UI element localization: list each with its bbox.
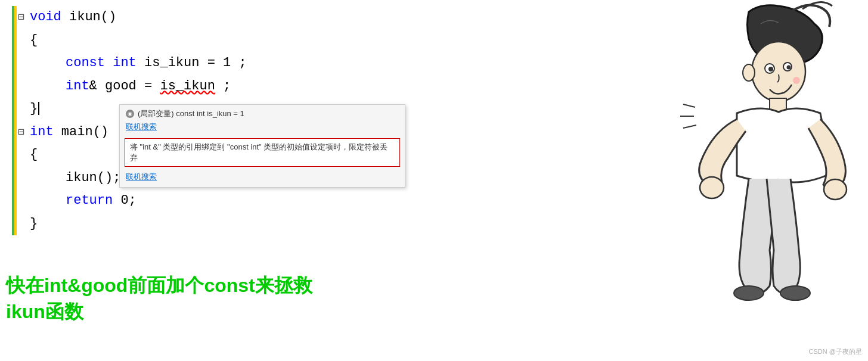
svg-point-0: [752, 42, 805, 101]
svg-point-11: [793, 77, 800, 84]
code-line-10: }: [18, 213, 334, 236]
svg-point-5: [743, 64, 755, 81]
keyword-const: const: [66, 55, 105, 70]
var-is-ikun: is_ikun: [144, 55, 199, 70]
code-content-1: void ikun(): [30, 6, 334, 29]
svg-point-7: [700, 177, 724, 198]
var-is-ikun-ref: is_ikun: [160, 79, 215, 94]
code-line-1: ⊟ void ikun(): [18, 6, 334, 29]
tooltip-error-text: 将 "int &" 类型的引用绑定到 "const int" 类型的初始值设定项…: [130, 142, 388, 162]
code-line-4: int& good = is_ikun ;: [18, 75, 334, 98]
code-line-3: const int is_ikun = 1 ;: [18, 52, 334, 75]
return-val: 0;: [113, 193, 137, 208]
code-content-2: {: [30, 29, 334, 52]
val-1: 1: [223, 55, 231, 70]
svg-point-3: [768, 67, 773, 71]
cartoon-svg: [558, 0, 856, 361]
tooltip-symbol-icon: ◉: [126, 110, 134, 118]
func-call-params: ();: [97, 170, 121, 185]
tooltip-error-box: 将 "int &" 类型的引用绑定到 "const int" 类型的初始值设定项…: [125, 138, 400, 167]
assign-2: =: [144, 79, 160, 94]
bottom-annotation-text: 快在int&good前面加个const来拯救ikun函数: [6, 273, 334, 325]
svg-point-8: [824, 179, 847, 200]
collapse-icon-2[interactable]: ⊟: [18, 123, 30, 142]
func-call-ikun: ikun: [66, 170, 97, 185]
text-cursor: [38, 102, 39, 115]
svg-point-10: [780, 286, 810, 300]
tooltip-symbol-text: (局部变量) const int is_ikun = 1: [138, 108, 244, 119]
code-content-9: return 0;: [30, 189, 334, 213]
code-content-10: }: [30, 213, 334, 236]
keyword-int-1: int: [113, 55, 137, 70]
tooltip-symbol-row: ◉ (局部变量) const int is_ikun = 1: [120, 105, 405, 120]
close-brace-1: }: [30, 101, 38, 116]
code-line-9: return 0;: [18, 189, 334, 213]
code-content-3: const int is_ikun = 1 ;: [30, 52, 334, 75]
code-line-2: {: [18, 29, 334, 52]
func-name-ikun: ikun: [61, 10, 101, 24]
var-good: good: [105, 79, 137, 94]
func-name-main: main: [54, 125, 93, 139]
tooltip-popup: ◉ (局部变量) const int is_ikun = 1 联机搜索 将 "i…: [119, 104, 405, 188]
keyword-return: return: [66, 193, 113, 208]
semi-1: ;: [238, 55, 246, 70]
right-section: [334, 0, 868, 361]
watermark-text: CSDN @子夜的星: [809, 347, 862, 356]
keyword-void: void: [30, 10, 61, 24]
assign-1: =: [207, 55, 223, 70]
collapse-icon-1[interactable]: ⊟: [18, 8, 30, 27]
code-section: ⊟ void ikun() { const int: [0, 0, 334, 361]
code-content-4: int& good = is_ikun ;: [30, 75, 334, 98]
svg-point-4: [787, 66, 791, 70]
main-container: ⊟ void ikun() { const int: [0, 0, 868, 361]
tooltip-search-link-2[interactable]: 联机搜索: [120, 169, 405, 187]
ampersand: &: [89, 79, 97, 94]
semi-2: ;: [223, 79, 231, 94]
func-params-main: (): [93, 125, 108, 139]
open-brace-2: {: [30, 147, 38, 162]
open-brace-1: {: [30, 33, 38, 48]
svg-point-9: [734, 286, 764, 300]
keyword-int-main: int: [30, 125, 54, 139]
close-brace-2: }: [30, 216, 38, 231]
cartoon-figure: [558, 0, 856, 361]
func-params-1: (): [101, 10, 116, 24]
keyword-int-2: int: [66, 79, 89, 94]
yellow-sidebar: [14, 6, 17, 235]
tooltip-search-link-1[interactable]: 联机搜索: [120, 120, 405, 136]
